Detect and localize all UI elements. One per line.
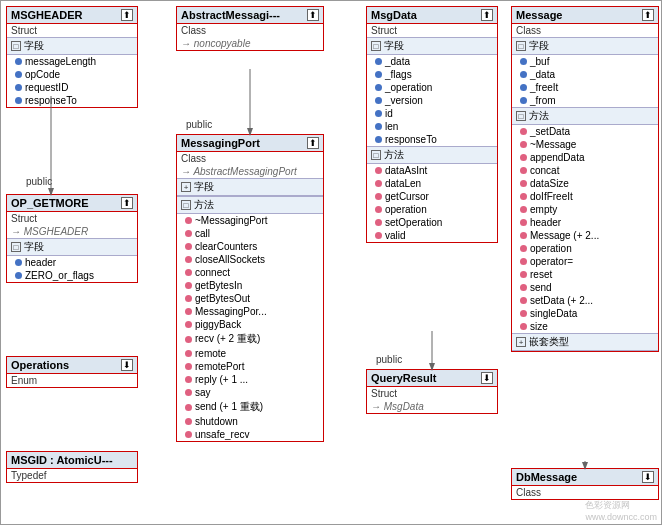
label-public2: public bbox=[186, 119, 212, 130]
box-op-getmore-header: OP_GETMORE ⬆ bbox=[7, 195, 137, 212]
method-operation-msgdata: operation bbox=[367, 203, 497, 216]
dot-shutdown bbox=[185, 418, 192, 425]
expand-msgdata-fields[interactable]: □ bbox=[371, 41, 381, 51]
label-public3: public bbox=[376, 354, 402, 365]
expand-message-nested[interactable]: + bbox=[516, 337, 526, 347]
field-id-msgdata: id bbox=[367, 107, 497, 120]
method-shutdown: shutdown bbox=[177, 415, 323, 428]
dot-len-msgdata bbox=[375, 123, 382, 130]
box-db-message-title: DbMessage bbox=[516, 471, 577, 483]
method-getCursor: getCursor bbox=[367, 190, 497, 203]
collapse-msgdata[interactable]: ⬆ bbox=[481, 9, 493, 21]
collapse-abstract[interactable]: ⬆ bbox=[307, 9, 319, 21]
box-abstract-stereotype: → noncopyable bbox=[177, 37, 323, 50]
section-messaging-port-methods: □ 方法 bbox=[177, 196, 323, 214]
watermark: 色彩资源网www.downcc.com bbox=[585, 499, 657, 522]
collapse-query-result[interactable]: ⬇ bbox=[481, 372, 493, 384]
dot-concat bbox=[520, 167, 527, 174]
box-abstract-header: AbstractMessagi--- ⬆ bbox=[177, 7, 323, 24]
dot-responseTo-msgheader bbox=[15, 97, 22, 104]
dot-operation-msgdata bbox=[375, 206, 382, 213]
collapse-operations[interactable]: ⬇ bbox=[121, 359, 133, 371]
dot-header-op bbox=[15, 259, 22, 266]
field-responseTo-msgheader: responseTo bbox=[7, 94, 137, 107]
box-message-subtitle: Class bbox=[512, 24, 658, 37]
dot-send-mp bbox=[185, 404, 192, 411]
box-messaging-port-header: MessagingPort ⬆ bbox=[177, 135, 323, 152]
expand-message-fields[interactable]: □ bbox=[516, 41, 526, 51]
box-operations-header: Operations ⬇ bbox=[7, 357, 137, 374]
section-message-methods: □ 方法 bbox=[512, 107, 658, 125]
box-query-result-header: QueryResult ⬇ bbox=[367, 370, 497, 387]
method-Message-overload: Message (+ 2... bbox=[512, 229, 658, 242]
method-valid: valid bbox=[367, 229, 497, 242]
method-send-msg: send bbox=[512, 281, 658, 294]
field-_operation: _operation bbox=[367, 81, 497, 94]
expand-message-methods[interactable]: □ bbox=[516, 111, 526, 121]
dot-size bbox=[520, 323, 527, 330]
dot-setData-msg bbox=[520, 297, 527, 304]
method-messagingpor: MessagingPor... bbox=[177, 305, 323, 318]
box-message-header: Message ⬆ bbox=[512, 7, 658, 24]
field-_buf: _buf bbox=[512, 55, 658, 68]
dot-_setData bbox=[520, 128, 527, 135]
dot-reset bbox=[520, 271, 527, 278]
collapse-message[interactable]: ⬆ bbox=[642, 9, 654, 21]
collapse-db-message[interactable]: ⬇ bbox=[642, 471, 654, 483]
dot-_version bbox=[375, 97, 382, 104]
expand-msgheader-fields[interactable]: □ bbox=[11, 41, 21, 51]
dot-doIfFreeIt bbox=[520, 193, 527, 200]
box-messaging-port-subtitle: Class bbox=[177, 152, 323, 165]
dot-reply bbox=[185, 376, 192, 383]
method-header: header bbox=[512, 216, 658, 229]
dot-_from bbox=[520, 97, 527, 104]
collapse-op-getmore[interactable]: ⬆ bbox=[121, 197, 133, 209]
field-messageLength: messageLength bbox=[7, 55, 137, 68]
box-message: Message ⬆ Class □ 字段 _buf _data _freeIt … bbox=[511, 6, 659, 352]
box-query-result-subtitle: Struct bbox=[367, 387, 497, 400]
box-db-message-subtitle: Class bbox=[512, 486, 658, 499]
box-operations-subtitle: Enum bbox=[7, 374, 137, 387]
dot-valid bbox=[375, 232, 382, 239]
box-op-getmore: OP_GETMORE ⬆ Struct → MSGHEADER □ 字段 hea… bbox=[6, 194, 138, 283]
method-dataAsInt: dataAsInt bbox=[367, 164, 497, 177]
dot-call bbox=[185, 230, 192, 237]
method-closeAllSockets: closeAllSockets bbox=[177, 253, 323, 266]
field-_data-msgdata: _data bbox=[367, 55, 497, 68]
method-remote: remote bbox=[177, 347, 323, 360]
dot-empty bbox=[520, 206, 527, 213]
method-concat: concat bbox=[512, 164, 658, 177]
field-_version: _version bbox=[367, 94, 497, 107]
box-db-message: DbMessage ⬇ Class bbox=[511, 468, 659, 500]
method-piggyBack: piggyBack bbox=[177, 318, 323, 331]
method-unsafe-recv: unsafe_recv bbox=[177, 428, 323, 441]
collapse-messaging-port[interactable]: ⬆ bbox=[307, 137, 319, 149]
method-remotePort: remotePort bbox=[177, 360, 323, 373]
expand-op-getmore-fields[interactable]: □ bbox=[11, 242, 21, 252]
dot-dataAsInt bbox=[375, 167, 382, 174]
expand-messaging-port-fields[interactable]: + bbox=[181, 182, 191, 192]
field-responseTo-msgdata: responseTo bbox=[367, 133, 497, 146]
box-msgdata: MsgData ⬆ Struct □ 字段 _data _flags _oper… bbox=[366, 6, 498, 243]
dot-~Message bbox=[520, 141, 527, 148]
dot-Message-overload bbox=[520, 232, 527, 239]
dot-recv bbox=[185, 336, 192, 343]
dot-_freeIt bbox=[520, 84, 527, 91]
method-clearCounters: clearCounters bbox=[177, 240, 323, 253]
section-op-getmore-fields: □ 字段 bbox=[7, 238, 137, 256]
expand-messaging-port-methods[interactable]: □ bbox=[181, 200, 191, 210]
dot-clearCounters bbox=[185, 243, 192, 250]
diagram-container: MSGHEADER ⬆ Struct □ 字段 messageLength op… bbox=[0, 0, 662, 525]
method-send-mp: send (+ 1 重载) bbox=[177, 399, 323, 415]
box-msgid: MSGID : AtomicU--- Typedef bbox=[6, 451, 138, 483]
collapse-msgheader[interactable]: ⬆ bbox=[121, 9, 133, 21]
method-setOperation: setOperation bbox=[367, 216, 497, 229]
box-msgid-header: MSGID : AtomicU--- bbox=[7, 452, 137, 469]
dot-responseTo-msgdata bbox=[375, 136, 382, 143]
section-message-nested: + 嵌套类型 bbox=[512, 333, 658, 351]
expand-msgdata-methods[interactable]: □ bbox=[371, 150, 381, 160]
dot-send-msg bbox=[520, 284, 527, 291]
method-dataSize: dataSize bbox=[512, 177, 658, 190]
dot-closeAllSockets bbox=[185, 256, 192, 263]
section-messaging-port-fields: + 字段 bbox=[177, 178, 323, 196]
